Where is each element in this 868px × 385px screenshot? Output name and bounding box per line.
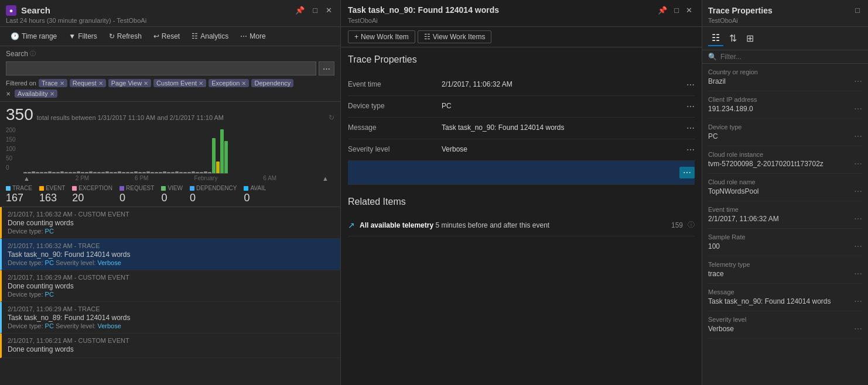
chart-arrow-left[interactable]: ▲ xyxy=(23,175,30,182)
trace-count: 167 xyxy=(6,192,32,204)
prop-row-eventtime: Event time 2/1/2017, 11:06:32 AM ⋯ xyxy=(348,74,695,96)
prop-row-devicetype: Device type PC ⋯ xyxy=(348,96,695,118)
right-sort-button[interactable]: ⇅ xyxy=(726,31,740,46)
remove-pageview-filter[interactable]: ✕ xyxy=(143,80,148,87)
filters-button[interactable]: ▼ Filters xyxy=(64,30,102,42)
event-item-selected[interactable]: 2/1/2017, 11:06:32 AM - TRACE Task task_… xyxy=(0,239,340,270)
right-prop-cloudroleinstance: Cloud role instance tvm-57200098_2-20170… xyxy=(708,146,862,174)
prop-key-message: Message xyxy=(348,123,442,132)
chart-time-2pm: 2 PM xyxy=(76,175,89,182)
mid-pin-button[interactable]: 📌 xyxy=(655,5,669,16)
refresh-icon: ↻ xyxy=(109,32,115,40)
remove-availability-filter[interactable]: ✕ xyxy=(50,91,54,97)
stat-trace: TRACE 167 xyxy=(6,185,32,204)
plus-icon: + xyxy=(354,33,358,41)
prop-more-active-button[interactable]: ⋯ xyxy=(679,167,695,178)
search-area: Search ⓘ ⋯ Filtered on Trace ✕ Request ✕… xyxy=(0,46,340,102)
prop-more-eventtime[interactable]: ⋯ xyxy=(686,80,695,90)
remove-exception-filter[interactable]: ✕ xyxy=(241,80,246,87)
stat-exception: EXCEPTION 20 xyxy=(72,185,112,204)
right-prop-label-cloudrolename: Cloud role name xyxy=(708,178,862,185)
right-prop-more-samplerate[interactable]: ⋯ xyxy=(854,242,862,251)
right-panel-title: Trace Properties xyxy=(708,6,773,15)
event-count: 163 xyxy=(39,192,65,204)
event-meta: Device type: PC xyxy=(8,228,334,235)
remove-request-filter[interactable]: ✕ xyxy=(98,80,103,87)
event-message: Done counting words xyxy=(8,345,334,353)
remove-customevent-filter[interactable]: ✕ xyxy=(199,80,203,87)
right-prop-more-eventtime[interactable]: ⋯ xyxy=(854,214,862,224)
right-list-view-button[interactable]: ☷ xyxy=(708,30,723,46)
right-prop-more-message[interactable]: ⋯ xyxy=(854,297,862,306)
refresh-button[interactable]: ↻ Refresh xyxy=(104,30,146,42)
related-item[interactable]: ↗ All available telemetry 5 minutes befo… xyxy=(348,214,695,236)
event-item[interactable]: 2/1/2017, 11:06:32 AM - CUSTOM EVENT Don… xyxy=(0,207,340,239)
right-prop-more-severitylevel[interactable]: ⋯ xyxy=(854,324,862,334)
reset-button[interactable]: ↩ Reset xyxy=(149,30,184,42)
right-prop-more-clientip[interactable]: ⋯ xyxy=(854,104,862,114)
filter-tag-customevent: Custom Event ✕ xyxy=(153,79,206,87)
remove-all-filters[interactable]: ✕ xyxy=(6,91,11,97)
analytics-button[interactable]: ☷ Analytics xyxy=(187,30,233,42)
event-message: Done counting words xyxy=(8,282,334,290)
right-panel-content: Country or region Brazil ⋯ Client IP add… xyxy=(702,64,868,385)
right-prop-value-cloudroleinstance: tvm-57200098_2-20170201t173702z ⋯ xyxy=(708,159,862,169)
stat-request: REQUEST 0 xyxy=(119,185,154,204)
event-item[interactable]: 2/1/2017, 11:06:21 AM - CUSTOM EVENT Don… xyxy=(0,334,340,358)
filter-tags: Filtered on Trace ✕ Request ✕ Page View … xyxy=(6,79,334,98)
event-timestamp: 2/1/2017, 11:06:29 AM - TRACE xyxy=(8,305,334,312)
right-prop-samplerate: Sample Rate 100 ⋯ xyxy=(708,229,862,256)
chart-time-6pm: 6 PM xyxy=(135,175,148,182)
results-refresh-icon[interactable]: ↻ xyxy=(329,114,334,122)
right-grid-view-button[interactable]: ⊞ xyxy=(743,31,757,46)
left-toolbar: 🕐 Time range ▼ Filters ↻ Refresh ↩ Reset… xyxy=(0,27,340,46)
new-work-item-button[interactable]: + New Work Item xyxy=(348,30,415,43)
right-prop-more-cloudroleinstance[interactable]: ⋯ xyxy=(854,159,862,169)
filter-input[interactable] xyxy=(720,53,862,61)
right-prop-devicetype: Device type PC ⋯ xyxy=(708,119,862,146)
left-panel-subtitle: Last 24 hours (30 minute granularity) - … xyxy=(6,17,334,24)
dependency-dot xyxy=(190,186,194,191)
right-prop-more-cloudrolename[interactable]: ⋯ xyxy=(854,187,862,196)
prop-more-devicetype[interactable]: ⋯ xyxy=(686,102,695,111)
search-settings-button[interactable]: ⋯ xyxy=(319,61,334,75)
chart-arrow-right[interactable]: ▲ xyxy=(322,175,329,182)
prop-value-devicetype: PC xyxy=(442,102,686,110)
event-item[interactable]: 2/1/2017, 11:06:29 AM - TRACE Task task_… xyxy=(0,302,340,334)
related-section: Related Items ↗ All available telemetry … xyxy=(348,197,695,236)
view-work-items-button[interactable]: ☷ View Work Items xyxy=(418,30,492,43)
prop-more-message[interactable]: ⋯ xyxy=(686,123,695,133)
right-prop-value-telemetrytype: trace ⋯ xyxy=(708,269,862,279)
event-meta: Device type: PC Severity level: Verbose xyxy=(8,322,334,329)
prop-value-severity: Verbose xyxy=(442,145,686,153)
filter-tag-request: Request ✕ xyxy=(70,79,106,87)
right-prop-value-message: Task task_no_90: Found 124014 words ⋯ xyxy=(708,297,862,306)
results-text: total results between 1/31/2017 11:10 AM… xyxy=(37,114,224,121)
prop-more-severity[interactable]: ⋯ xyxy=(686,145,695,154)
right-prop-more-country[interactable]: ⋯ xyxy=(854,77,862,86)
remove-trace-filter[interactable]: ✕ xyxy=(60,80,64,87)
related-items-title: Related Items xyxy=(348,197,695,207)
search-info-icon: ⓘ xyxy=(30,50,36,58)
right-prop-more-telemetrytype[interactable]: ⋯ xyxy=(854,269,862,279)
right-prop-more-devicetype[interactable]: ⋯ xyxy=(854,132,862,141)
related-count: 159 xyxy=(671,221,683,229)
middle-panel: Task task_no_90: Found 124014 words 📌 □ … xyxy=(341,0,702,385)
right-prop-label-devicetype: Device type xyxy=(708,123,862,130)
more-button[interactable]: ⋯ More xyxy=(235,30,270,42)
mid-maximize-button[interactable]: □ xyxy=(672,5,681,16)
search-input[interactable] xyxy=(6,61,316,75)
close-button[interactable]: ✕ xyxy=(323,5,334,16)
right-maximize-button[interactable]: □ xyxy=(853,5,862,16)
time-range-button[interactable]: 🕐 Time range xyxy=(6,30,61,42)
event-item[interactable]: 2/1/2017, 11:06:29 AM - CUSTOM EVENT Don… xyxy=(0,270,340,302)
maximize-button[interactable]: □ xyxy=(310,5,320,16)
chart-y-labels: 200 150 100 50 0 xyxy=(6,127,16,171)
mid-close-button[interactable]: ✕ xyxy=(684,5,695,16)
event-message: Task task_no_90: Found 124014 words xyxy=(8,250,334,259)
analytics-icon: ☷ xyxy=(192,32,198,40)
chart-area: 200 150 100 50 0 ▲ 2 PM 6 PM February 6 … xyxy=(0,124,340,183)
right-prop-telemetrytype: Telemetry type trace ⋯ xyxy=(708,256,862,284)
pin-button[interactable]: 📌 xyxy=(293,5,307,16)
app-icon: ● xyxy=(6,5,16,16)
